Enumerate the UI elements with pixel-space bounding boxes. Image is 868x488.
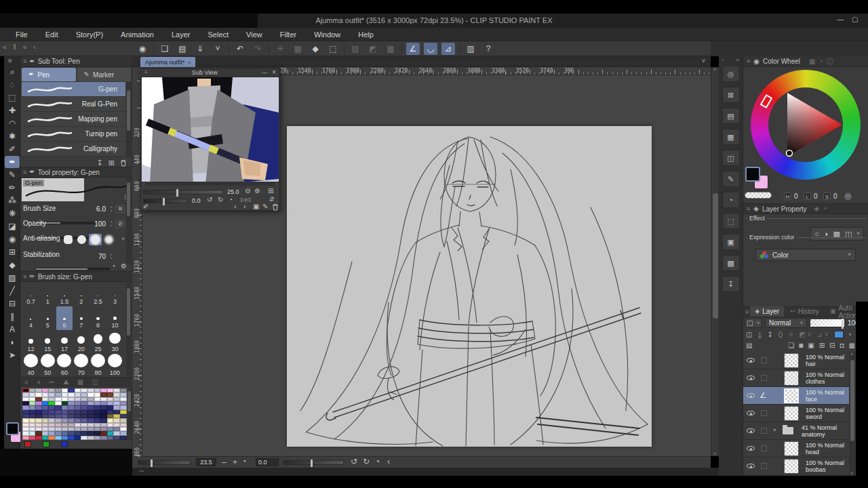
tool-property-header[interactable]: ≡ ✒ Tool property: G-pen — [20, 167, 132, 178]
color-set-scrollbar[interactable] — [127, 388, 132, 440]
lock-layer-icon[interactable]: ⬯ — [778, 331, 783, 338]
brush-size-10[interactable]: 10 — [106, 306, 123, 330]
wheel-mode-button[interactable]: ◎ — [844, 192, 851, 200]
balloon-tool[interactable]: ◗ — [5, 336, 20, 348]
tab-list-chevron[interactable]: ˅ — [702, 58, 705, 64]
status-rotate-cw[interactable]: ↻ — [363, 458, 370, 466]
redo-button[interactable]: ↷ — [251, 43, 264, 55]
palette-chip-2[interactable] — [61, 441, 68, 447]
color-swatch[interactable] — [75, 436, 81, 440]
canvas-page[interactable] — [287, 126, 652, 447]
brush-size-0.7[interactable]: 0.7 — [22, 283, 39, 306]
palette-chip-0[interactable] — [24, 441, 31, 447]
text-tool[interactable]: A — [5, 323, 20, 336]
invert-selection-button[interactable]: ◆ — [309, 43, 322, 55]
zoom-out-button[interactable]: ⊖ — [245, 188, 250, 195]
edit-image-button[interactable]: ✎ — [262, 203, 268, 210]
sub-view-zoom-slider[interactable] — [143, 190, 223, 195]
layer-row-head[interactable]: 100 % Normalhead — [743, 440, 856, 458]
menu-view[interactable]: View — [237, 30, 271, 39]
layer-mask-icon[interactable]: ◘ — [840, 342, 844, 349]
maximize-button[interactable]: ▢ — [852, 16, 858, 23]
lock-transparent-icon[interactable]: ⁘ — [788, 331, 793, 338]
layer-visibility-eye-icon[interactable] — [747, 358, 755, 363]
status-zoom-out[interactable]: – — [222, 458, 226, 466]
collapse-statusbar-icon[interactable]: ︽ — [139, 468, 144, 473]
tool-strip-menu-icon[interactable]: ≡ — [8, 58, 12, 64]
layer-row-face[interactable]: ∠100 % Normalface — [743, 387, 856, 405]
status-zoom-slider[interactable] — [138, 460, 191, 465]
brush-size-50[interactable]: 50 — [39, 354, 56, 378]
brush-size-header[interactable]: ≡ ✏ Brush size: G-pen — [20, 271, 132, 282]
lasso-tool[interactable]: ◠ — [5, 117, 20, 129]
sub-view-image[interactable] — [142, 77, 279, 184]
menu-storyp[interactable]: Story(P) — [67, 30, 112, 39]
figure-tool[interactable]: ╱ — [5, 285, 20, 297]
brush-item-g-pen[interactable]: G-pen — [22, 82, 125, 97]
tablet-button[interactable]: ▥ — [464, 43, 477, 55]
sv-triangle[interactable] — [751, 70, 861, 180]
layer-checkbox[interactable] — [761, 375, 767, 381]
status-rotate-ccw[interactable]: ↺ — [351, 458, 357, 466]
color-slider-panel-tab-icon[interactable]: ▦ — [809, 58, 815, 65]
save-button[interactable]: ⇓ — [193, 43, 207, 55]
color-swatch[interactable] — [29, 436, 36, 440]
new-folder-icon[interactable]: ▣ — [808, 342, 814, 349]
material-3d-icon[interactable]: ◔ — [722, 192, 740, 208]
cmdbar-collapse-3[interactable]: ‹ — [33, 43, 35, 51]
brush-size-7[interactable]: 7 — [73, 306, 90, 330]
opacity-value[interactable]: 100 — [94, 220, 106, 228]
brush-size-1.5[interactable]: 1.5 — [56, 283, 73, 306]
eraser-tool[interactable]: ◪ — [5, 220, 20, 232]
aa-chevron[interactable]: ˅ — [121, 237, 125, 242]
fill-tool[interactable]: ◆ — [5, 259, 20, 271]
open-image-button[interactable]: ▣ — [253, 203, 259, 210]
new-canvas-button[interactable]: ❏ — [158, 43, 172, 55]
sub-view-titlebar[interactable]: ≡ Sub View — × — [141, 68, 279, 77]
zoom-in-button[interactable]: ⊕ — [254, 188, 260, 195]
brush-size-3[interactable]: 3 — [106, 283, 123, 306]
scroll-right-arrow[interactable]: › — [276, 182, 277, 186]
color-wheel-widget[interactable] — [751, 70, 861, 180]
color-slider-tab-icon[interactable]: ≔ — [48, 379, 55, 386]
eyedropper-tool[interactable]: ✐ — [5, 143, 20, 155]
duplicate-subtool-icon[interactable]: ⊞ — [108, 159, 115, 167]
canvas-tab[interactable]: Ajumma outfit* ● — [140, 57, 195, 67]
material-image-icon[interactable]: ◫ — [722, 150, 740, 166]
snap-special-ruler-button[interactable]: ◡ — [424, 43, 437, 55]
brush-tool[interactable]: ✏ — [5, 182, 20, 194]
save-options-chevron[interactable]: ˅ — [211, 43, 224, 55]
layer-checkbox[interactable] — [761, 410, 767, 416]
dock-expand-icon[interactable]: » — [736, 58, 739, 63]
nav-flag-icon[interactable]: ⊸ — [135, 453, 140, 459]
layer-visibility-eye-icon[interactable] — [747, 411, 755, 415]
intermediate-color-tab-icon[interactable]: ▦ — [77, 379, 83, 386]
canvas-vscrollbar[interactable]: ˄ ˅ — [711, 67, 719, 456]
brush-size-25[interactable]: 25 — [90, 330, 106, 354]
clip-to-layer-icon[interactable]: ◫ — [746, 331, 752, 338]
aa-middle-button[interactable] — [89, 234, 102, 245]
status-rotation-slider[interactable] — [283, 460, 344, 465]
menu-filter[interactable]: Filter — [271, 30, 305, 39]
layer-color-swatch[interactable] — [834, 331, 844, 338]
material-download-icon[interactable]: ↧ — [722, 276, 740, 292]
menu-select[interactable]: Select — [199, 30, 238, 39]
foreground-color-swatch[interactable] — [6, 422, 19, 435]
zoom-tool[interactable]: ⌕ — [5, 66, 20, 78]
layer-thumbnail[interactable] — [784, 388, 799, 403]
palette-chip-1[interactable] — [43, 441, 50, 447]
draft-layer-icon[interactable]: ↧ — [767, 331, 772, 338]
aa-none-button[interactable] — [62, 234, 75, 245]
status-zoom-in[interactable]: + — [233, 458, 237, 466]
menu-layer[interactable]: Layer — [163, 30, 199, 39]
rotate-reset-button[interactable]: ◔ — [229, 197, 233, 203]
color-swatch[interactable] — [68, 436, 75, 440]
layer-visibility-eye-icon[interactable] — [747, 446, 755, 451]
layer-checkbox[interactable] — [761, 445, 767, 451]
import-subtool-icon[interactable]: ↧ — [97, 159, 103, 167]
color-swatch[interactable] — [62, 436, 68, 440]
brush-size-8[interactable]: 8 — [90, 306, 106, 330]
pencil-tool[interactable]: ✎ — [5, 169, 20, 181]
panel-menu-icon[interactable]: ≡ — [747, 206, 750, 212]
layer-type-combo[interactable]: ˅ — [745, 318, 762, 328]
